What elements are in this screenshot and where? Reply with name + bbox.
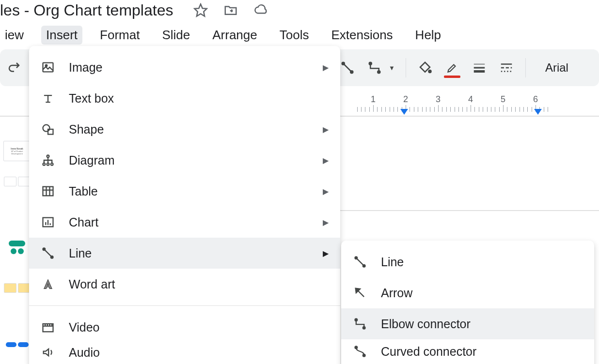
menuitem-label: Table <box>69 184 98 198</box>
menuitem-label: Shape <box>69 122 104 136</box>
menu-insert[interactable]: Insert <box>41 26 82 45</box>
svg-point-2 <box>342 62 345 65</box>
menu-view[interactable]: iew <box>0 26 29 45</box>
insert-chart-item[interactable]: Chart ▶ <box>29 207 340 238</box>
submenu-caret-icon: ▶ <box>323 125 329 134</box>
border-dash-icon[interactable] <box>498 60 515 76</box>
border-color-icon[interactable] <box>444 60 460 76</box>
insert-dropdown-menu: Image ▶ Text box Shape ▶ Diagram ▶ Table… <box>29 46 340 364</box>
svg-point-6 <box>428 70 431 73</box>
svg-point-3 <box>350 71 353 73</box>
menu-extensions[interactable]: Extensions <box>326 26 397 45</box>
svg-point-18 <box>43 163 46 166</box>
connector-tool-icon[interactable] <box>366 60 383 76</box>
menuitem-label: Audio <box>69 346 100 360</box>
line-icon <box>41 246 55 260</box>
insert-table-item[interactable]: Table ▶ <box>29 176 340 207</box>
svg-point-31 <box>51 256 53 258</box>
svg-point-19 <box>47 163 49 166</box>
svg-point-30 <box>43 248 46 251</box>
menuitem-label: Diagram <box>69 153 114 167</box>
menu-help[interactable]: Help <box>410 26 446 45</box>
submenu-caret-icon: ▶ <box>323 249 329 258</box>
ruler-number: 2 <box>403 94 408 105</box>
svg-point-40 <box>363 265 365 267</box>
line-arrow-item[interactable]: Arrow <box>341 277 594 308</box>
menuitem-label: Arrow <box>381 286 412 300</box>
redo-icon[interactable] <box>6 60 22 76</box>
svg-rect-21 <box>43 187 53 196</box>
video-icon <box>41 320 55 334</box>
ruler-indent-marker[interactable] <box>400 109 408 115</box>
line-submenu: Line Arrow Elbow connector Curved connec… <box>341 241 594 364</box>
ruler-number: 1 <box>371 94 376 105</box>
line-line-item[interactable]: Line <box>341 246 594 277</box>
insert-textbox-item[interactable]: Text box <box>29 83 340 114</box>
svg-point-15 <box>43 125 50 132</box>
line-icon <box>353 255 367 269</box>
ruler-number: 3 <box>436 94 441 105</box>
diagram-icon <box>41 153 55 167</box>
star-icon[interactable] <box>193 3 208 17</box>
ruler-indent-marker[interactable] <box>534 109 542 115</box>
menuitem-label: Line <box>69 246 92 260</box>
menuitem-label: Chart <box>69 215 98 229</box>
insert-video-item[interactable]: Video <box>29 312 340 343</box>
ruler-number: 5 <box>501 94 505 105</box>
line-tool-icon[interactable] <box>339 60 356 76</box>
menuitem-label: Line <box>381 255 404 269</box>
menuitem-label: Text box <box>69 91 114 106</box>
svg-point-20 <box>51 163 53 166</box>
svg-point-45 <box>363 354 365 357</box>
menu-separator <box>29 305 340 306</box>
font-selector[interactable]: Arial <box>536 61 568 75</box>
insert-shape-item[interactable]: Shape ▶ <box>29 114 340 145</box>
border-weight-icon[interactable] <box>471 60 488 76</box>
line-elbow-item[interactable]: Elbow connector <box>341 308 594 339</box>
connector-dropdown-caret[interactable]: ▼ <box>389 64 395 72</box>
menuitem-label: Video <box>69 320 100 334</box>
arrow-icon <box>353 286 367 300</box>
line-curved-item[interactable]: Curved connector <box>341 339 594 364</box>
svg-point-42 <box>355 319 358 321</box>
ruler-number: 4 <box>468 94 473 105</box>
menu-bar: iew Insert Format Slide Arrange Tools Ex… <box>0 24 599 46</box>
submenu-caret-icon: ▶ <box>323 63 329 72</box>
insert-image-item[interactable]: Image ▶ <box>29 52 340 83</box>
svg-marker-0 <box>195 4 207 16</box>
elbow-connector-icon <box>353 317 367 331</box>
ruler-number: 6 <box>533 94 538 105</box>
menuitem-label: Image <box>69 61 102 75</box>
insert-line-item[interactable]: Line ▶ <box>29 238 340 269</box>
menuitem-label: Elbow connector <box>381 317 471 331</box>
svg-point-5 <box>378 71 380 73</box>
svg-point-4 <box>369 62 372 65</box>
move-folder-icon[interactable] <box>223 3 238 17</box>
title-bar: les - Org Chart templates <box>0 0 599 24</box>
table-icon <box>41 184 55 198</box>
menu-tools[interactable]: Tools <box>275 26 314 45</box>
menu-slide[interactable]: Slide <box>157 26 195 45</box>
chart-icon <box>41 215 55 229</box>
menu-format[interactable]: Format <box>95 26 144 45</box>
menuitem-label: Word art <box>69 277 115 291</box>
shape-icon <box>41 122 55 136</box>
svg-point-14 <box>46 65 47 67</box>
insert-wordart-item[interactable]: Word art <box>29 269 340 300</box>
insert-audio-item[interactable]: Audio <box>29 343 340 362</box>
fill-color-icon[interactable] <box>417 60 433 76</box>
submenu-caret-icon: ▶ <box>323 218 329 227</box>
svg-point-39 <box>355 257 358 259</box>
textbox-icon <box>41 91 55 106</box>
cloud-saved-icon[interactable] <box>253 3 268 17</box>
menu-arrange[interactable]: Arrange <box>207 26 262 45</box>
insert-diagram-item[interactable]: Diagram ▶ <box>29 145 340 176</box>
curved-connector-icon <box>353 344 367 359</box>
submenu-caret-icon: ▶ <box>323 187 329 196</box>
audio-icon <box>41 345 55 360</box>
image-icon <box>41 60 55 75</box>
document-title[interactable]: les - Org Chart templates <box>0 1 186 19</box>
submenu-caret-icon: ▶ <box>323 156 329 165</box>
svg-point-17 <box>47 155 49 158</box>
wordart-icon <box>41 277 55 291</box>
